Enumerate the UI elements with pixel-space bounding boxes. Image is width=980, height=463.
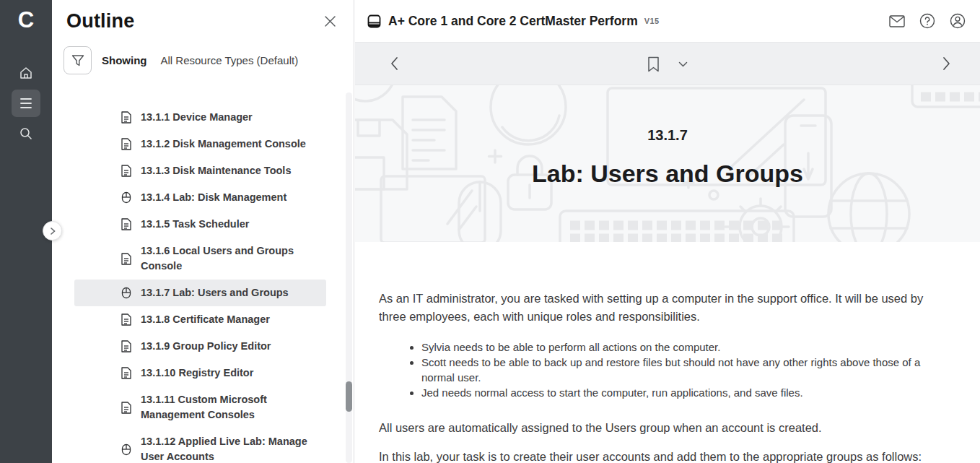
outline-menu-button[interactable] <box>12 90 40 117</box>
close-outline-button[interactable] <box>324 15 336 27</box>
outline-item[interactable]: 13.1.3 Disk Maintenance Tools <box>74 157 326 184</box>
outline-item-label: 13.1.3 Disk Maintenance Tools <box>141 163 291 178</box>
outline-scrollbar-track <box>346 92 352 463</box>
search-button[interactable] <box>12 120 40 147</box>
filter-funnel-icon <box>71 54 84 67</box>
close-icon <box>324 15 336 27</box>
outline-item-label: 13.1.8 Certificate Manager <box>141 312 270 327</box>
outline-item[interactable]: 13.1.2 Disk Management Console <box>74 131 326 157</box>
filter-row: Showing All Resource Types (Default) <box>64 46 354 74</box>
users-group-note: All users are automatically assigned to … <box>379 419 938 437</box>
document-icon <box>121 253 133 265</box>
menu-icon <box>19 98 33 109</box>
outline-item-label: 13.1.1 Device Manager <box>141 110 253 125</box>
lesson-toolbar <box>355 43 980 85</box>
next-page-button[interactable] <box>942 56 951 74</box>
panel-collapse-button[interactable] <box>43 221 62 241</box>
outline-item-label: 13.1.2 Disk Management Console <box>141 137 306 152</box>
outline-item-label: 13.1.9 Group Policy Editor <box>141 339 271 354</box>
brand-logo: C <box>0 0 52 40</box>
document-icon <box>121 402 133 414</box>
outline-item[interactable]: 13.1.6 Local Users and Groups Console <box>74 238 326 280</box>
version-badge: V15 <box>644 17 660 25</box>
previous-page-button[interactable] <box>390 56 399 74</box>
outline-item-label: 13.1.11 Custom Microsoft Management Cons… <box>141 392 322 423</box>
outline-item-label: 13.1.4 Lab: Disk Management <box>141 190 286 205</box>
document-icon <box>121 218 133 230</box>
home-icon <box>19 66 33 80</box>
outline-item[interactable]: 13.1.12 Applied Live Lab: Manage User Ac… <box>74 428 326 463</box>
mouse-icon <box>121 191 133 204</box>
outline-item-label: 13.1.5 Task Scheduler <box>141 217 249 232</box>
chevron-right-icon <box>49 228 56 235</box>
lesson-intro-paragraph: As an IT administrator, you are tasked w… <box>379 290 938 326</box>
employee-requirements-list: Sylvia needs to be able to perform all a… <box>421 339 938 400</box>
mouse-icon <box>121 287 133 299</box>
mouse-icon <box>121 443 133 456</box>
filter-value[interactable]: All Resource Types (Default) <box>161 54 299 66</box>
outline-item[interactable]: 13.1.9 Group Policy Editor <box>74 333 326 360</box>
outline-item[interactable]: 13.1.7 Lab: Users and Groups <box>74 280 326 306</box>
outline-item[interactable]: 13.1.1 Device Manager <box>74 104 326 131</box>
main-content: A+ Core 1 and Core 2 CertMaster Perform … <box>355 0 980 463</box>
outline-item-label: 13.1.12 Applied Live Lab: Manage User Ac… <box>141 434 322 463</box>
list-item: Sylvia needs to be able to perform all a… <box>421 339 938 355</box>
outline-item[interactable]: 13.1.11 Custom Microsoft Management Cons… <box>74 386 326 428</box>
course-book-icon <box>367 14 381 28</box>
outline-scrollbar-thumb[interactable] <box>346 381 352 412</box>
mail-icon[interactable] <box>889 15 905 27</box>
outline-item-label: 13.1.10 Registry Editor <box>141 365 253 381</box>
outline-list: 13.1.1 Device Manager13.1.2 Disk Managem… <box>74 104 326 463</box>
lesson-body: As an IT administrator, you are tasked w… <box>355 242 980 463</box>
outline-panel: Outline Showing All Resource Types (Defa… <box>52 0 354 463</box>
document-icon <box>121 367 133 379</box>
document-icon <box>121 111 133 124</box>
document-icon <box>121 340 133 352</box>
list-item: Scott needs to be able to back up and re… <box>421 355 938 385</box>
document-icon <box>121 313 133 326</box>
showing-label: Showing <box>102 54 147 66</box>
outline-item[interactable]: 13.1.8 Certificate Manager <box>74 306 326 333</box>
document-icon <box>121 165 133 177</box>
home-button[interactable] <box>12 59 40 87</box>
outline-item-label: 13.1.7 Lab: Users and Groups <box>141 285 289 300</box>
outline-item-label: 13.1.6 Local Users and Groups Console <box>141 243 322 274</box>
outline-item[interactable]: 13.1.5 Task Scheduler <box>74 211 326 238</box>
outline-panel-title: Outline <box>66 10 134 33</box>
lesson-number: 13.1.7 <box>355 127 980 144</box>
search-icon <box>19 126 33 141</box>
bookmark-icon[interactable] <box>647 56 660 72</box>
filter-button[interactable] <box>64 46 92 74</box>
lesson-title: Lab: Users and Groups <box>355 160 980 188</box>
bookmark-dropdown-chevron-icon[interactable] <box>678 61 688 67</box>
lab-task-line: In this lab, your task is to create thei… <box>379 448 938 463</box>
document-icon <box>121 138 133 150</box>
course-header: A+ Core 1 and Core 2 CertMaster Perform … <box>355 0 980 43</box>
account-icon[interactable] <box>950 13 966 29</box>
lesson-banner: 13.1.7 Lab: Users and Groups <box>355 85 980 242</box>
outline-item[interactable]: 13.1.4 Lab: Disk Management <box>74 184 326 211</box>
list-item: Jed needs normal access to start the com… <box>421 385 938 400</box>
outline-item[interactable]: 13.1.10 Registry Editor <box>74 360 326 386</box>
course-title: A+ Core 1 and Core 2 CertMaster Perform <box>388 14 638 29</box>
help-icon[interactable] <box>919 13 935 29</box>
